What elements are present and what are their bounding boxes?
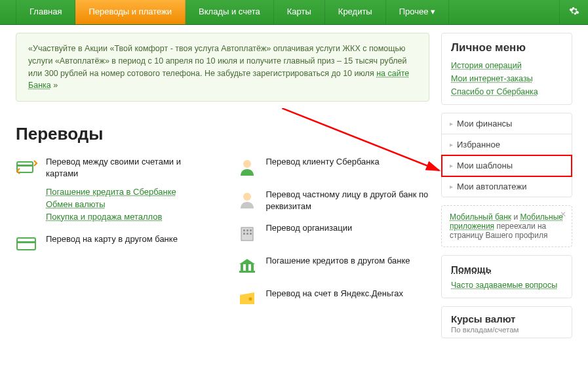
item-label: Перевод между своими счетами и картами xyxy=(46,156,210,179)
transfer-person-other-bank[interactable]: Перевод частному лицу в другой банк по р… xyxy=(236,189,430,212)
svg-rect-1 xyxy=(17,165,33,167)
top-nav: Главная Переводы и платежи Вклады и счет… xyxy=(0,0,588,25)
spasibo-link[interactable]: Спасибо от Сбербанка xyxy=(442,87,572,104)
credit-repay-other-bank[interactable]: Погашение кредитов в другом банке xyxy=(236,255,430,277)
personal-menu: Личное меню История операций Мои интерне… xyxy=(441,33,572,105)
item-label: Погашение кредитов в другом банке xyxy=(266,255,410,267)
svg-rect-16 xyxy=(251,264,254,271)
row-label: Мои автоплатежи xyxy=(457,182,526,191)
nav-cards[interactable]: Карты xyxy=(274,0,325,24)
row-label: Мои шаблоны xyxy=(457,161,513,170)
transfer-sber-client[interactable]: Перевод клиенту Сбербанка xyxy=(236,156,430,178)
sublink-credit[interactable]: Погашение кредита в Сбербанке xyxy=(46,187,210,197)
row-label: Мои финансы xyxy=(457,119,512,128)
rates-block: Курсы валют По вкладам/счетам xyxy=(441,306,572,338)
svg-rect-14 xyxy=(241,264,243,271)
svg-rect-17 xyxy=(239,271,255,273)
section-title: Переводы xyxy=(16,124,429,144)
svg-rect-2 xyxy=(17,238,35,250)
faq-link[interactable]: Часто задаваемые вопросы xyxy=(451,281,557,290)
svg-point-4 xyxy=(243,160,251,168)
chevron-right-icon: ▸ xyxy=(450,162,453,169)
close-icon[interactable]: ✕ xyxy=(560,210,566,219)
rates-title: Курсы валют xyxy=(451,313,562,324)
transfer-yandex-money[interactable]: Перевод на счет в Яндекс.Деньгах xyxy=(236,288,430,310)
nav-other[interactable]: Прочее ▾ xyxy=(386,0,449,24)
row-finances[interactable]: ▸Мои финансы xyxy=(442,113,572,134)
promo-text: «Участвуйте в Акции «Твой комфорт - твоя… xyxy=(28,44,406,78)
chevron-right-icon: ▸ xyxy=(450,183,453,190)
side-note: ✕ Мобильный банк и Мобильные приложения … xyxy=(441,205,572,247)
help-block: Помощь Часто задаваемые вопросы xyxy=(441,255,572,298)
svg-point-18 xyxy=(248,298,252,301)
transfer-other-bank-card[interactable]: Перевод на карту в другом банке xyxy=(16,233,210,256)
gear-icon xyxy=(569,6,579,18)
sublink-exchange[interactable]: Обмен валюты xyxy=(46,199,210,209)
row-favorites[interactable]: ▸Избранное xyxy=(442,134,572,155)
transfer-own-accounts[interactable]: Перевод между своими счетами и картами xyxy=(16,156,210,179)
personal-menu-title: Личное меню xyxy=(442,33,572,61)
help-title: Помощь xyxy=(451,264,562,275)
settings-button[interactable] xyxy=(559,0,588,24)
rates-subtitle: По вкладам/счетам xyxy=(451,326,562,334)
nav-main[interactable]: Главная xyxy=(16,0,75,24)
svg-rect-0 xyxy=(17,162,33,172)
promo-text-post: » xyxy=(51,81,58,90)
item-label: Перевод на счет в Яндекс.Деньгах xyxy=(266,288,403,300)
promo-banner: «Участвуйте в Акции «Твой комфорт - твоя… xyxy=(16,33,429,102)
transfers-left-column: Перевод между своими счетами и картами П… xyxy=(16,156,210,321)
transfer-organization[interactable]: Перевод организации xyxy=(236,222,430,245)
nav-deposits[interactable]: Вклады и счета xyxy=(186,0,274,24)
sub-links: Погашение кредита в Сбербанке Обмен валю… xyxy=(46,187,210,222)
item-label: Перевод клиенту Сбербанка xyxy=(266,156,380,168)
svg-point-5 xyxy=(243,193,251,201)
card-icon xyxy=(16,233,38,256)
card-swap-icon xyxy=(16,156,38,178)
svg-rect-12 xyxy=(250,233,252,235)
wallet-yellow-icon xyxy=(236,288,258,310)
svg-rect-15 xyxy=(246,264,248,271)
note-link-mobile-bank[interactable]: Мобильный банк xyxy=(450,212,511,222)
item-label: Перевод организации xyxy=(266,222,353,234)
svg-rect-11 xyxy=(246,233,248,235)
orders-link[interactable]: Мои интернет-заказы xyxy=(442,74,572,87)
row-label: Избранное xyxy=(457,140,500,149)
chevron-right-icon: ▸ xyxy=(450,120,453,127)
sublink-metals[interactable]: Покупка и продажа металлов xyxy=(46,212,210,222)
svg-rect-3 xyxy=(17,241,35,243)
bank-icon xyxy=(236,255,258,277)
svg-rect-10 xyxy=(243,233,245,235)
svg-marker-13 xyxy=(239,259,255,264)
person-green-icon xyxy=(236,156,258,178)
side-expand-list: ▸Мои финансы ▸Избранное ▸Мои шаблоны ▸Мо… xyxy=(441,113,572,197)
svg-rect-7 xyxy=(243,229,245,231)
item-label: Перевод частному лицу в другой банк по р… xyxy=(266,189,430,212)
sidebar: Личное меню История операций Мои интерне… xyxy=(441,33,572,338)
chevron-right-icon: ▸ xyxy=(450,141,453,148)
item-label: Перевод на карту в другом банке xyxy=(46,233,178,245)
row-autopay[interactable]: ▸Мои автоплатежи xyxy=(442,176,572,197)
nav-transfers[interactable]: Переводы и платежи xyxy=(75,0,186,24)
transfers-right-column: Перевод клиенту Сбербанка Перевод частно… xyxy=(236,156,430,321)
row-templates[interactable]: ▸Мои шаблоны xyxy=(442,155,572,176)
nav-credits[interactable]: Кредиты xyxy=(325,0,386,24)
history-link[interactable]: История операций xyxy=(442,61,572,74)
svg-rect-8 xyxy=(246,229,248,231)
person-grey-icon xyxy=(236,189,258,211)
building-icon xyxy=(236,222,258,245)
svg-rect-9 xyxy=(250,229,252,231)
